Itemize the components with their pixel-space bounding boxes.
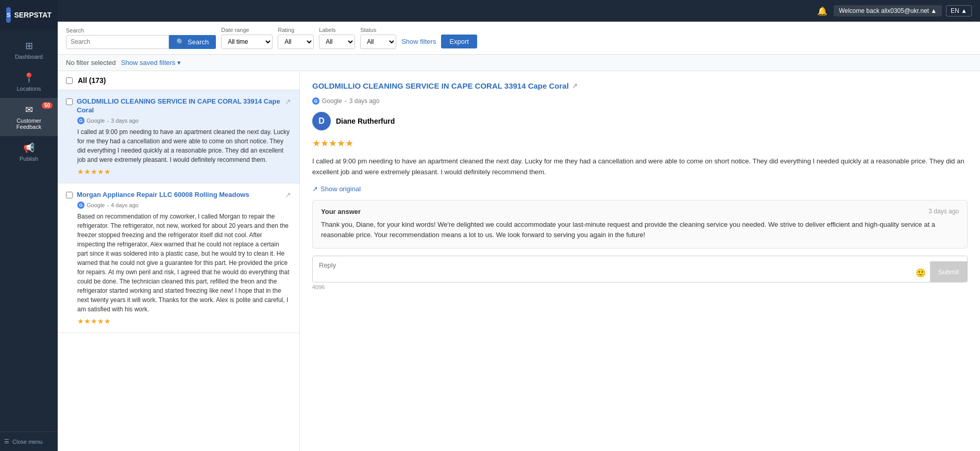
locations-icon: 📍 <box>23 72 35 83</box>
logo-text: SERPSTAT <box>14 11 52 19</box>
answer-header: Your answer 3 days ago <box>321 208 959 215</box>
review-list-title: All (173) <box>78 76 106 85</box>
review-2-title: Morgan Appliance Repair LLC 60008 Rollin… <box>77 191 281 199</box>
detail-time: 3 days ago <box>349 97 380 105</box>
savedbar: No filter selected Show saved filters ▾ <box>58 55 980 71</box>
show-saved-filters-button[interactable]: Show saved filters ▾ <box>121 59 181 66</box>
review-2-source: Google <box>87 202 105 208</box>
logo: S SERPSTAT <box>0 0 58 30</box>
detail-external-link-icon[interactable]: ↗ <box>572 82 578 90</box>
status-label: Status <box>360 27 396 33</box>
export-button[interactable]: Export <box>441 35 477 48</box>
status-group: Status All <box>360 27 396 49</box>
google-icon-2: G <box>77 202 85 209</box>
search-icon: 🔍 <box>176 38 184 46</box>
submit-button[interactable]: Submit <box>930 261 967 282</box>
external-link-icon-1[interactable]: ↗ <box>285 97 291 106</box>
main-content: 🔔 Welcome back alix0305@ukr.net ▲ EN ▲ S… <box>58 0 980 451</box>
close-menu-label: Close menu <box>12 439 43 445</box>
bell-icon[interactable]: 🔔 <box>817 6 827 16</box>
review-list-header: All (173) <box>58 71 299 90</box>
external-link-icon-2[interactable]: ↗ <box>285 191 291 199</box>
review-1-meta: G Google - 3 days ago <box>77 117 291 124</box>
rating-select[interactable]: All <box>278 35 314 49</box>
review-item-2-header: Morgan Appliance Repair LLC 60008 Rollin… <box>66 191 291 199</box>
no-filter-text: No filter selected <box>66 59 116 66</box>
emoji-button[interactable]: 🙂 <box>911 264 930 282</box>
publish-icon: 📢 <box>23 142 35 154</box>
sidebar-item-dashboard[interactable]: ⊞ Dashboard <box>0 34 58 66</box>
review-1-title: GOLDMILLIO CLEANING SERVICE IN CAPE CORA… <box>77 97 281 115</box>
review-1-stars: ★★★★★ <box>77 168 291 176</box>
reply-area-wrap: 🙂 Submit <box>312 256 968 282</box>
show-original-button[interactable]: ↗ Show original <box>312 185 361 193</box>
detail-google-icon: G <box>312 97 319 105</box>
detail-stars: ★★★★★ <box>312 138 968 149</box>
review-list-count: (173) <box>89 76 106 85</box>
review-1-text: I called at 9:00 pm needing to have an a… <box>77 127 291 164</box>
review-2-checkbox[interactable] <box>66 192 73 198</box>
detail-source: Google <box>322 97 342 105</box>
dashboard-icon: ⊞ <box>25 40 33 52</box>
detail-business-title: GOLDMILLIO CLEANING SERVICE IN CAPE CORA… <box>312 81 968 90</box>
sidebar-item-label-dashboard: Dashboard <box>15 54 43 60</box>
show-filters-button[interactable]: Show filters <box>401 38 436 45</box>
meta-separator-2: - <box>107 202 109 208</box>
review-list: All (173) GOLDMILLIO CLEANING SERVICE IN… <box>58 71 300 451</box>
date-range-select[interactable]: All time <box>221 35 273 49</box>
sidebar-item-locations[interactable]: 📍 Locations <box>0 66 58 98</box>
meta-separator-1: - <box>107 118 109 124</box>
search-button[interactable]: 🔍 Search <box>169 35 216 49</box>
detail-review-text: I called at 9:00 pm needing to have an a… <box>312 156 968 178</box>
labels-label: Labels <box>319 27 355 33</box>
sidebar-nav: ⊞ Dashboard 📍 Locations ✉ Customer Feedb… <box>0 30 58 431</box>
detail-panel: GOLDMILLIO CLEANING SERVICE IN CAPE CORA… <box>300 71 980 451</box>
search-label: Search <box>66 27 216 34</box>
search-group: Search 🔍 Search <box>66 27 216 49</box>
review-1-checkbox[interactable] <box>66 98 73 105</box>
sidebar-item-label-publish: Publish <box>20 156 38 162</box>
reply-textarea[interactable] <box>313 256 911 282</box>
review-list-body: GOLDMILLIO CLEANING SERVICE IN CAPE CORA… <box>58 90 299 451</box>
sidebar-item-publish[interactable]: 📢 Publish <box>0 136 58 168</box>
google-icon-1: G <box>77 117 85 124</box>
status-select[interactable]: All <box>360 35 396 49</box>
close-menu-icon: ☰ <box>4 438 9 445</box>
feedback-icon: ✉ <box>25 104 33 115</box>
sidebar-item-customer-feedback[interactable]: ✉ Customer Feedback 50 <box>0 98 58 136</box>
review-1-source: Google <box>87 118 105 124</box>
list-item[interactable]: Morgan Appliance Repair LLC 60008 Rollin… <box>58 183 299 333</box>
detail-title-text: GOLDMILLIO CLEANING SERVICE IN CAPE CORA… <box>312 81 569 90</box>
show-original-label: Show original <box>320 185 361 193</box>
review-2-text: Based on recommendation of my coworker, … <box>77 212 291 314</box>
date-range-group: Date range All time <box>221 27 273 49</box>
topbar: 🔔 Welcome back alix0305@ukr.net ▲ EN ▲ <box>58 0 980 22</box>
reviewer-row: D Diane Rutherfurd <box>312 112 968 130</box>
answer-time: 3 days ago <box>928 208 959 215</box>
sidebar-item-label-locations: Locations <box>16 86 41 92</box>
answer-box: Your answer 3 days ago Thank you, Diane,… <box>312 200 968 249</box>
date-range-label: Date range <box>221 27 273 33</box>
content-area: All (173) GOLDMILLIO CLEANING SERVICE IN… <box>58 71 980 451</box>
welcome-text: Welcome back alix0305@ukr.net ▲ <box>834 5 942 16</box>
sidebar-item-label-feedback: Customer Feedback <box>4 118 54 130</box>
answer-text: Thank you, Diane, for your kind words! W… <box>321 220 959 241</box>
labels-group: Labels All <box>319 27 355 49</box>
select-all-checkbox[interactable] <box>66 77 73 84</box>
review-list-title-text: All <box>78 76 87 85</box>
list-item[interactable]: GOLDMILLIO CLEANING SERVICE IN CAPE CORA… <box>58 90 299 183</box>
filterbar: Search 🔍 Search Date range All time Rati… <box>58 22 980 55</box>
detail-meta: G Google - 3 days ago <box>312 97 968 105</box>
labels-select[interactable]: All <box>319 35 355 49</box>
search-input[interactable] <box>66 35 169 49</box>
feedback-badge: 50 <box>42 102 53 109</box>
close-menu-button[interactable]: ☰ Close menu <box>0 431 58 451</box>
answer-label: Your answer <box>321 208 361 215</box>
sidebar: S SERPSTAT ⊞ Dashboard 📍 Locations ✉ Cus… <box>0 0 58 451</box>
review-1-time: 3 days ago <box>111 118 139 124</box>
review-2-stars: ★★★★★ <box>77 317 291 325</box>
reviewer-avatar: D <box>312 112 331 130</box>
reviewer-name: Diane Rutherfurd <box>336 117 395 125</box>
language-selector[interactable]: EN ▲ <box>946 5 972 16</box>
show-original-icon: ↗ <box>312 185 318 193</box>
